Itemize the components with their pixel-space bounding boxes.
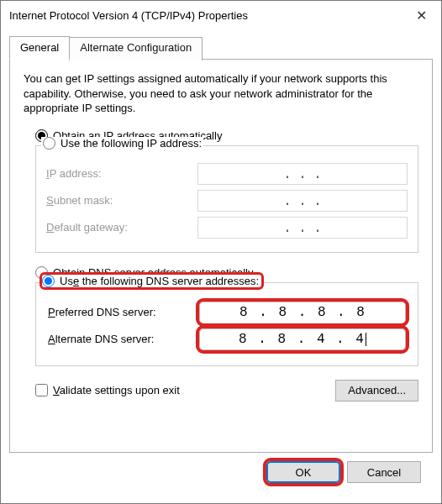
input-ip-address: . . . bbox=[197, 163, 408, 185]
checkbox-validate[interactable]: Validate settings upon exit bbox=[35, 384, 180, 396]
intro-text: You can get IP settings assigned automat… bbox=[24, 71, 418, 116]
dns-inputs-wrap: Preferred DNS server: 8 . 8 . 8 . 8 Alte… bbox=[46, 295, 408, 357]
input-default-gateway: . . . bbox=[197, 217, 408, 239]
radio-ip-manual[interactable]: Use the following IP address: bbox=[41, 137, 203, 150]
input-preferred-dns[interactable]: 8 . 8 . 8 . 8 bbox=[199, 302, 406, 323]
label-ip-address: IP address: bbox=[46, 167, 197, 180]
dialog-window: Internet Protocol Version 4 (TCP/IPv4) P… bbox=[0, 0, 442, 504]
bottom-row: Validate settings upon exit Advanced... bbox=[24, 380, 418, 402]
titlebar: Internet Protocol Version 4 (TCP/IPv4) P… bbox=[1, 1, 441, 29]
tab-alternate-configuration[interactable]: Alternate Configuration bbox=[69, 37, 203, 60]
label-default-gateway: Default gateway: bbox=[46, 221, 197, 234]
ok-button[interactable]: OK bbox=[266, 461, 340, 483]
radio-ip-manual-input[interactable] bbox=[43, 137, 55, 150]
checkbox-validate-input[interactable] bbox=[35, 384, 48, 396]
client-area: General Alternate Configuration You can … bbox=[1, 29, 441, 503]
group-ip-manual: Use the following IP address: IP address… bbox=[35, 145, 418, 253]
input-alternate-dns[interactable]: 8 . 8 . 4 . 4 bbox=[199, 328, 406, 350]
dialog-footer: OK Cancel bbox=[9, 453, 433, 495]
label-alternate-dns: Alternate DNS server: bbox=[48, 333, 199, 345]
tab-strip: General Alternate Configuration bbox=[9, 36, 433, 60]
group-dns-manual: Use the following DNS server addresses: … bbox=[35, 282, 418, 366]
cancel-button[interactable]: Cancel bbox=[347, 461, 421, 483]
radio-dns-manual-label: Use the following DNS server addresses: bbox=[60, 275, 259, 287]
radio-ip-manual-label: Use the following IP address: bbox=[61, 137, 202, 150]
advanced-button[interactable]: Advanced... bbox=[335, 380, 418, 402]
label-subnet-mask: Subnet mask: bbox=[46, 194, 197, 207]
window-title: Internet Protocol Version 4 (TCP/IPv4) P… bbox=[9, 9, 401, 22]
checkbox-validate-label: Validate settings upon exit bbox=[53, 384, 180, 396]
label-preferred-dns: Preferred DNS server: bbox=[48, 306, 199, 318]
close-icon: ✕ bbox=[416, 8, 427, 24]
radio-dns-manual-input[interactable] bbox=[42, 275, 55, 287]
input-subnet-mask: . . . bbox=[197, 190, 408, 212]
close-button[interactable]: ✕ bbox=[401, 1, 441, 29]
radio-dns-manual[interactable]: Use the following DNS server addresses: bbox=[41, 274, 262, 288]
text-caret bbox=[366, 333, 366, 346]
tab-general[interactable]: General bbox=[9, 36, 70, 60]
tabpanel-general: You can get IP settings assigned automat… bbox=[9, 59, 433, 453]
